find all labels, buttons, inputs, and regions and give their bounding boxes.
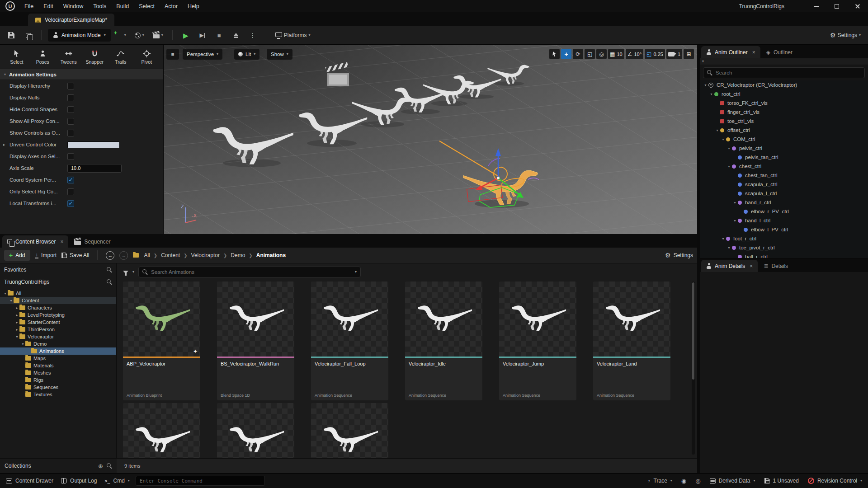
checkbox[interactable]: ✓ bbox=[67, 200, 74, 207]
tree-arrow-icon[interactable]: ▾ bbox=[703, 83, 708, 87]
tool-select[interactable]: Select bbox=[5, 49, 28, 66]
checkbox[interactable] bbox=[67, 153, 74, 160]
settings-dropdown[interactable]: ⚙ Settings ▾ bbox=[827, 29, 863, 42]
breadcrumb-all[interactable]: All bbox=[144, 252, 150, 258]
unreal-logo-icon[interactable] bbox=[5, 1, 15, 11]
control-hand-r-ctrl[interactable]: ▾hand_r_ctrl bbox=[700, 198, 868, 207]
blueprints-dropdown[interactable]: ▾ bbox=[132, 29, 147, 42]
breadcrumb-velociraptor[interactable]: Velociraptor bbox=[191, 252, 220, 258]
asset-search-box[interactable]: ▾ bbox=[138, 267, 361, 277]
animation-settings-header[interactable]: ▾ Animation Settings bbox=[0, 69, 163, 80]
play-options-button[interactable]: ⋮ bbox=[246, 29, 259, 42]
tree-arrow-icon[interactable]: ▸ bbox=[14, 320, 19, 324]
folder-all[interactable]: ▾All bbox=[0, 290, 116, 297]
tree-arrow-icon[interactable]: ▾ bbox=[726, 164, 732, 169]
grid-snap-button[interactable]: ▦ 10 bbox=[608, 49, 624, 59]
revision-control-dropdown[interactable]: Revision Control ▾ bbox=[806, 475, 864, 486]
tab-details[interactable]: ≣ Details bbox=[759, 260, 793, 272]
folder-rigs[interactable]: Rigs bbox=[0, 376, 116, 384]
breadcrumb-demo[interactable]: Demo bbox=[231, 252, 245, 258]
output-log-button[interactable]: Output Log bbox=[59, 475, 99, 486]
tree-arrow-icon[interactable]: ▾ bbox=[3, 291, 8, 296]
search-icon[interactable] bbox=[107, 279, 112, 285]
scale-tool-button[interactable]: ◱ bbox=[585, 49, 595, 59]
tree-arrow-icon[interactable]: ▾ bbox=[720, 237, 726, 241]
control-foot-r-ctrl[interactable]: ▾foot_r_ctrl bbox=[700, 234, 868, 243]
add-button[interactable]: + Add bbox=[4, 250, 30, 261]
tree-arrow-icon[interactable]: ▾ bbox=[720, 137, 726, 141]
derived-data-dropdown[interactable]: Derived Data ▾ bbox=[708, 475, 757, 486]
asset-search-input[interactable] bbox=[151, 269, 352, 275]
menu-tools[interactable]: Tools bbox=[88, 0, 111, 12]
folder-meshes[interactable]: Meshes bbox=[0, 369, 116, 376]
tree-arrow-icon[interactable]: ▾ bbox=[14, 335, 19, 339]
asset-scrollbar[interactable] bbox=[692, 282, 695, 455]
tree-arrow-icon[interactable]: ▸ bbox=[14, 313, 19, 317]
checkbox[interactable] bbox=[67, 94, 74, 101]
folder-levelprototyping[interactable]: ▸LevelPrototyping bbox=[0, 311, 116, 319]
control-hand-l-ctrl[interactable]: ▾hand_l_ctrl bbox=[700, 216, 868, 225]
outliner-search-input[interactable] bbox=[716, 70, 861, 75]
checkbox[interactable] bbox=[67, 106, 74, 113]
folder-sequences[interactable]: Sequences bbox=[0, 384, 116, 391]
tree-arrow-icon[interactable]: ▾ bbox=[732, 219, 738, 223]
tab-anim-details[interactable]: Anim Details × bbox=[701, 260, 758, 272]
checkbox[interactable] bbox=[67, 118, 74, 125]
asset-velociraptor-jump[interactable]: Velociraptor_JumpAnimation Sequence bbox=[499, 282, 576, 400]
perspective-dropdown[interactable]: Perspective ▾ bbox=[183, 49, 222, 60]
breadcrumb-animations[interactable]: Animations bbox=[256, 252, 286, 258]
camera-speed-button[interactable]: 1 bbox=[666, 49, 682, 59]
menu-actor[interactable]: Actor bbox=[160, 0, 183, 12]
filter-icon[interactable] bbox=[123, 271, 128, 274]
control-com-ctrl[interactable]: ▾COM_ctrl bbox=[700, 135, 868, 144]
folder-content[interactable]: ▾Content bbox=[0, 297, 116, 304]
control-toe-pivot-r-ctrl[interactable]: ▾toe_pivot_r_ctrl bbox=[700, 243, 868, 252]
level-viewport[interactable]: ≡ Perspective ▾ Lit ▾ Show ▾ + ⟳ ◱ ◎ ▦ 1… bbox=[164, 45, 697, 234]
tree-arrow-icon[interactable]: ▾ bbox=[732, 201, 738, 205]
menu-build[interactable]: Build bbox=[111, 0, 134, 12]
folder-animations[interactable]: Animations bbox=[0, 347, 116, 355]
platforms-dropdown[interactable]: Platforms ▾ bbox=[273, 29, 313, 42]
control-chest-ctrl[interactable]: ▾chest_ctrl bbox=[700, 162, 868, 171]
add-collection-icon[interactable]: ⊕ bbox=[98, 463, 103, 469]
browse-content-button[interactable] bbox=[21, 29, 35, 42]
favorites-header[interactable]: Favorites bbox=[0, 263, 116, 276]
play-button[interactable]: ▶ bbox=[179, 29, 193, 42]
frame-skip-button[interactable]: ▶ bbox=[196, 29, 209, 42]
checkbox[interactable] bbox=[67, 130, 74, 136]
asset-velociraptor-idle[interactable]: Velociraptor_IdleAnimation Sequence bbox=[405, 282, 482, 400]
chevron-down-icon[interactable]: ▾ bbox=[132, 270, 134, 274]
tab-outliner[interactable]: ◈ Outliner bbox=[761, 46, 797, 58]
color-swatch[interactable] bbox=[67, 141, 120, 148]
project-root-header[interactable]: TruongControlRigs bbox=[0, 276, 116, 288]
checkbox[interactable] bbox=[67, 83, 74, 89]
import-button[interactable]: ↓ Import bbox=[35, 252, 57, 258]
save-button[interactable] bbox=[5, 29, 18, 42]
scale-snap-button[interactable]: ◱ 0.25 bbox=[645, 49, 665, 59]
outliner-search-box[interactable] bbox=[703, 67, 865, 78]
close-tab-icon[interactable]: × bbox=[750, 263, 753, 269]
control-ball-r-ctrl[interactable]: ball_r_ctrl bbox=[700, 252, 868, 258]
minimize-button[interactable] bbox=[806, 0, 826, 12]
tool-poses[interactable]: Poses bbox=[31, 49, 54, 66]
session-button[interactable]: ◎ bbox=[693, 475, 702, 486]
folder-textures[interactable]: Textures bbox=[0, 391, 116, 398]
tool-trails[interactable]: Trails bbox=[109, 49, 132, 66]
folder-thirdperson[interactable]: ▸ThirdPerson bbox=[0, 326, 116, 333]
tree-arrow-icon[interactable]: ▾ bbox=[708, 92, 714, 96]
level-tab[interactable]: VelociraptorExampleMap* bbox=[28, 14, 114, 26]
show-dropdown[interactable]: Show ▾ bbox=[267, 49, 292, 60]
asset-tile-partial[interactable] bbox=[123, 403, 200, 458]
select-tool-button[interactable] bbox=[549, 49, 560, 59]
rotate-tool-button[interactable]: ⟳ bbox=[573, 49, 583, 59]
asset-velociraptor-land[interactable]: Velociraptor_LandAnimation Sequence bbox=[593, 282, 670, 400]
stop-button[interactable]: ■ bbox=[212, 29, 226, 42]
control-root-ctrl[interactable]: ▾root_ctrl bbox=[700, 89, 868, 99]
editor-mode-dropdown[interactable]: Animation Mode ▾ bbox=[48, 29, 111, 42]
tab-anim-outliner[interactable]: Anim Outliner × bbox=[701, 46, 760, 58]
close-tab-icon[interactable]: × bbox=[752, 49, 755, 56]
cinematics-dropdown[interactable]: ▾ bbox=[150, 29, 166, 42]
checkbox[interactable]: ✓ bbox=[67, 177, 74, 183]
outliner-options-strip[interactable]: ▾ bbox=[700, 58, 868, 65]
asset-velociraptor-fall-loop[interactable]: Velociraptor_Fall_LoopAnimation Sequence bbox=[311, 282, 388, 400]
